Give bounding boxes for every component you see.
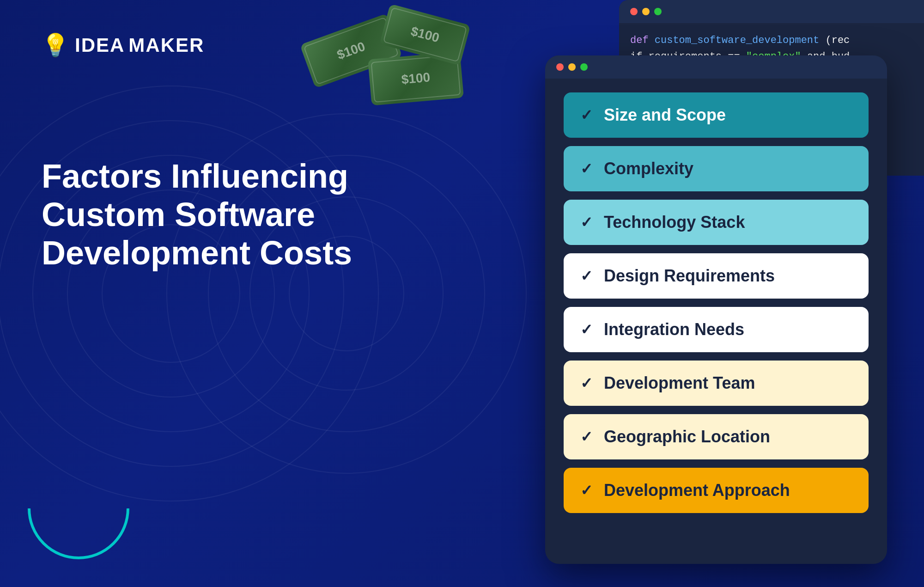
item-label-2: Complexity — [604, 159, 693, 178]
checkmark-7: ✓ — [580, 428, 593, 446]
code-line-1: def custom_software_development (rec — [630, 32, 922, 49]
checkmark-6: ✓ — [580, 374, 593, 392]
item-label-3: Technology Stack — [604, 213, 745, 232]
list-item-design-req: ✓ Design Requirements — [564, 253, 869, 299]
checkmark-2: ✓ — [580, 160, 593, 177]
item-label-7: Geographic Location — [604, 427, 770, 446]
card-dot-yellow — [568, 63, 576, 71]
item-label-8: Development Approach — [604, 481, 790, 500]
checkmark-5: ✓ — [580, 321, 593, 338]
list-item-dev-team: ✓ Development Team — [564, 361, 869, 406]
main-card: ✓ Size and Scope ✓ Complexity ✓ Technolo… — [545, 55, 887, 564]
checkmark-1: ✓ — [580, 106, 593, 124]
item-label-1: Size and Scope — [604, 105, 726, 125]
card-dot-red — [556, 63, 564, 71]
code-function-name: custom_software_development — [655, 35, 819, 46]
card-header — [545, 55, 887, 79]
list-item-dev-approach: ✓ Development Approach — [564, 468, 869, 513]
item-label-4: Design Requirements — [604, 266, 775, 286]
code-params-start: (rec — [825, 35, 850, 46]
item-label-5: Integration Needs — [604, 320, 744, 339]
main-heading: Factors Influencing Custom Software Deve… — [42, 157, 356, 272]
dot-yellow — [642, 8, 650, 15]
heading-line1: Factors Influencing — [42, 157, 356, 196]
list-item-integration: ✓ Integration Needs — [564, 307, 869, 352]
lightbulb-icon: 💡 — [42, 32, 69, 58]
heading-line3: Development Costs — [42, 234, 356, 272]
logo: 💡 IDEA MAKER — [42, 32, 204, 58]
checkmark-3: ✓ — [580, 214, 593, 231]
logo-maker: MAKER — [128, 34, 204, 56]
item-label-6: Development Team — [604, 373, 755, 393]
bill-value-1: $100 — [335, 39, 367, 62]
bill-value-2: $100 — [401, 70, 431, 87]
bill-value-3: $100 — [409, 24, 441, 45]
heading-line2: Custom Software — [42, 196, 356, 234]
list-item-complexity: ✓ Complexity — [564, 146, 869, 191]
background: 💡 IDEA MAKER Factors Influencing Custom … — [0, 0, 924, 587]
checkmark-4: ✓ — [580, 267, 593, 285]
code-panel-header — [619, 0, 924, 23]
logo-text: IDEA MAKER — [75, 34, 204, 56]
dot-green — [654, 8, 662, 15]
checkmark-8: ✓ — [580, 482, 593, 499]
list-item-size-scope: ✓ Size and Scope — [564, 92, 869, 138]
list-item-geo-location: ✓ Geographic Location — [564, 414, 869, 459]
arc-group-2 — [139, 86, 554, 501]
factors-list: ✓ Size and Scope ✓ Complexity ✓ Technolo… — [545, 79, 887, 527]
logo-idea: IDEA — [75, 34, 125, 56]
money-bill-3: $100 — [379, 4, 470, 66]
card-dot-green — [580, 63, 588, 71]
money-bill-1: $100 — [300, 13, 402, 88]
list-item-tech-stack: ✓ Technology Stack — [564, 200, 869, 245]
dot-red — [630, 8, 638, 15]
code-def-keyword: def — [630, 35, 655, 46]
